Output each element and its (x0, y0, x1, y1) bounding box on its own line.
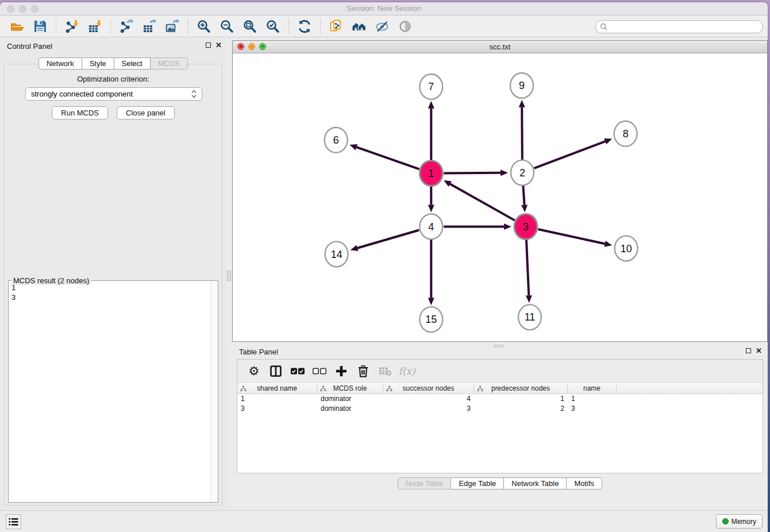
split-panel-icon[interactable] (267, 363, 285, 380)
tab-mcds[interactable]: MCDS (151, 57, 188, 70)
home-view-icon[interactable] (351, 18, 368, 34)
refresh-layout-icon[interactable] (296, 18, 313, 34)
table-cell[interactable]: dominator (317, 404, 383, 414)
graph-node-4[interactable]: 4 (419, 214, 442, 239)
graph-node-10[interactable]: 10 (615, 236, 638, 261)
graph-edge-2-3[interactable] (521, 185, 528, 212)
graph-edge-3-10[interactable] (538, 229, 612, 247)
memory-button-label: Memory (732, 518, 756, 526)
export-table-icon[interactable] (141, 18, 158, 34)
graph-node-2[interactable]: 2 (511, 160, 534, 186)
hide-graphics-details-icon[interactable] (374, 18, 391, 34)
export-network-icon[interactable] (118, 18, 135, 34)
mcds-result-text[interactable]: 1 3 (9, 281, 210, 502)
tab-style[interactable]: Style (82, 57, 114, 70)
graph-edge-3-11[interactable] (526, 239, 532, 303)
main-toolbar (0, 16, 768, 37)
zoom-fit-icon[interactable] (241, 18, 259, 34)
graph-edge-2-8[interactable] (534, 138, 613, 168)
control-panel: Control Panel ✕ NetworkStyleSelectMCDS O… (0, 38, 226, 510)
graph-edge-4-3[interactable] (444, 223, 511, 230)
result-scrollbar[interactable] (210, 281, 218, 502)
splitter-grip[interactable] (227, 271, 231, 281)
table-panel-close-icon[interactable]: ✕ (756, 348, 762, 354)
graph-node-1[interactable]: 1 (419, 161, 442, 186)
svg-text:14: 14 (331, 249, 342, 260)
toolbar-separator (288, 18, 289, 34)
network-from-file-icon[interactable] (328, 18, 345, 34)
deselect-all-rows-icon[interactable] (310, 363, 329, 380)
zoom-selected-icon[interactable] (264, 18, 282, 34)
table-row[interactable]: 3dominator323 (237, 404, 763, 414)
tab-network-table[interactable]: Network Table (504, 477, 567, 489)
graph-edge-1-2[interactable] (444, 169, 508, 176)
search-input[interactable] (610, 23, 759, 31)
delete-column-icon[interactable] (354, 363, 372, 380)
graph-node-15[interactable]: 15 (419, 307, 442, 332)
graph-edge-1-6[interactable] (349, 144, 419, 169)
control-panel-close-icon[interactable]: ✕ (215, 42, 222, 48)
table-cell[interactable]: 1 (568, 394, 617, 404)
column-header-shared-name[interactable]: shared name (237, 383, 317, 394)
table-panel-float-icon[interactable] (746, 348, 751, 353)
column-header-successor-nodes[interactable]: successor nodes (383, 383, 474, 394)
network-window-titlebar: ✕ − + scc.txt (233, 41, 767, 53)
tab-node-table[interactable]: Node Table (398, 477, 452, 489)
column-header-predecessor-nodes[interactable]: predecessor nodes (474, 383, 568, 394)
close-panel-button[interactable]: Close panel (117, 106, 175, 119)
svg-text:9: 9 (519, 80, 525, 91)
memory-button[interactable]: Memory (716, 514, 763, 529)
tab-motifs[interactable]: Motifs (567, 477, 602, 489)
network-canvas[interactable]: 7968124314101511 (233, 53, 767, 341)
graph-edge-4-14[interactable] (351, 230, 419, 251)
run-mcds-button[interactable]: Run MCDS (52, 106, 108, 119)
table-cell[interactable]: 1 (474, 394, 568, 404)
open-session-icon[interactable] (9, 18, 26, 34)
control-panel-tabs: NetworkStyleSelectMCDS (0, 57, 226, 70)
table-cell[interactable]: 1 (237, 394, 317, 404)
select-all-rows-icon[interactable] (288, 363, 307, 380)
table-panel: Table Panel ✕ ⚙f(x) shared nameMCDS role… (232, 344, 768, 510)
column-header-mcds-role[interactable]: MCDS role (317, 383, 383, 394)
app-window: Session: New Session Control Panel (0, 2, 768, 532)
graph-edge-2-9[interactable] (519, 100, 525, 160)
save-session-icon[interactable] (32, 18, 49, 34)
criterion-select[interactable]: strongly connected component (25, 87, 202, 101)
graph-edge-3-1[interactable] (444, 180, 515, 221)
graph-node-8[interactable]: 8 (614, 121, 637, 147)
vertical-splitter[interactable] (226, 38, 232, 510)
graph-edge-1-7[interactable] (428, 101, 434, 161)
graph-edge-1-4[interactable] (428, 186, 434, 213)
tab-edge-table[interactable]: Edge Table (451, 477, 504, 489)
graph-node-3[interactable]: 3 (514, 214, 537, 239)
table-settings-icon[interactable]: ⚙ (245, 363, 263, 380)
column-header-name[interactable]: name (568, 383, 617, 394)
control-panel-float-icon[interactable] (206, 43, 211, 48)
zoom-in-icon[interactable] (195, 18, 213, 34)
zoom-out-icon[interactable] (218, 18, 236, 34)
table-tabs: Node TableEdge TableNetwork TableMotifs (232, 477, 768, 489)
task-history-button[interactable] (6, 514, 21, 529)
graph-node-7[interactable]: 7 (419, 74, 442, 99)
import-network-icon[interactable] (63, 18, 80, 34)
table-cell[interactable]: 4 (383, 394, 474, 404)
graph-node-14[interactable]: 14 (325, 241, 348, 267)
table-cell[interactable]: dominator (317, 394, 383, 404)
tab-network[interactable]: Network (38, 57, 82, 70)
tab-select[interactable]: Select (114, 57, 151, 70)
add-column-icon[interactable] (332, 363, 351, 380)
table-cell[interactable]: 3 (568, 404, 617, 414)
table-cell[interactable]: 3 (383, 404, 474, 414)
import-table-icon[interactable] (86, 18, 103, 34)
graph-edge-4-15[interactable] (428, 239, 434, 305)
export-image-icon[interactable] (164, 18, 181, 34)
table-cell[interactable]: 2 (474, 404, 568, 414)
graph-node-11[interactable]: 11 (518, 304, 541, 330)
network-view-window: ✕ − + scc.txt 7968124314101511 (232, 40, 768, 342)
graph-node-9[interactable]: 9 (510, 73, 533, 98)
status-bar: Memory (0, 510, 768, 532)
graph-node-6[interactable]: 6 (325, 128, 348, 153)
mcds-result-box: MCDS result (2 nodes) 1 3 (8, 280, 218, 503)
table-cell[interactable]: 3 (237, 404, 317, 414)
table-row[interactable]: 1dominator411 (237, 394, 763, 404)
